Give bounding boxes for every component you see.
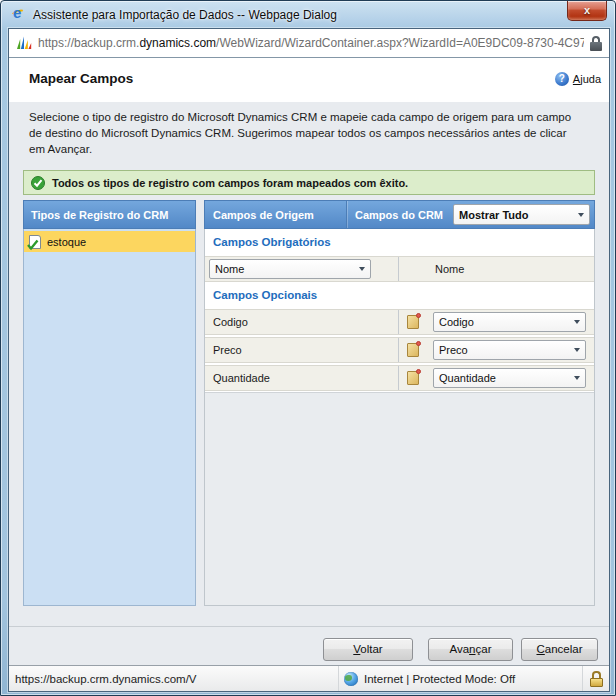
intro-text: Selecione o tipo de registro do Microsof… — [29, 109, 585, 157]
chevron-down-icon — [574, 348, 580, 352]
crm-field-cell: Preco — [399, 338, 594, 362]
notification-message: Todos os tipos de registro com campos fo… — [52, 177, 408, 189]
crm-fields-header-cell: Campos do CRM Mostrar Tudo — [347, 201, 594, 228]
optional-fields-section-title: Campos Opcionais — [205, 282, 594, 309]
record-type-item-estoque[interactable]: estoque — [24, 231, 195, 252]
close-button[interactable]: x — [567, 1, 607, 21]
success-check-icon — [31, 176, 45, 190]
title-bar: e Assistente para Importação de Dados --… — [1, 1, 615, 28]
chevron-down-icon — [574, 376, 580, 380]
record-types-list: estoque — [23, 229, 196, 606]
status-url: https://backup.crm.dynamics.com/V — [9, 666, 339, 691]
required-fields-section-title: Campos Obrigatórios — [205, 229, 594, 256]
source-field-cell: Preco — [205, 338, 399, 362]
back-button[interactable]: Voltar — [323, 638, 413, 661]
chevron-down-icon — [578, 213, 584, 217]
address-url: https://backup.crm.dynamics.com/WebWizar… — [38, 36, 584, 50]
crm-field-cell: Quantidade — [399, 366, 594, 390]
next-button[interactable]: Avançar — [428, 638, 513, 661]
crm-field-dropdown-preco[interactable]: Preco — [433, 340, 586, 360]
mapped-field-icon — [407, 371, 419, 385]
source-field-label-codigo: Codigo — [205, 316, 248, 328]
record-types-header: Tipos de Registro do CRM — [23, 200, 196, 229]
table-row-codigo: Codigo Codigo — [205, 309, 594, 335]
address-bar: https://backup.crm.dynamics.com/WebWizar… — [9, 29, 609, 58]
help-label: Ajuda — [573, 73, 601, 85]
fields-area: Campos Obrigatórios Nome Nome — [205, 229, 594, 393]
internet-zone-globe-icon — [344, 672, 358, 686]
crm-field-cell: Nome — [399, 257, 594, 281]
security-lock-icon — [590, 671, 603, 687]
filter-value: Mostrar Tudo — [459, 209, 528, 221]
help-icon: ? — [555, 72, 569, 86]
crm-field-dropdown-codigo[interactable]: Codigo — [433, 312, 586, 332]
help-link[interactable]: ? Ajuda — [555, 72, 601, 86]
dynamics-logo-icon — [16, 35, 32, 51]
url-domain: dynamics.com — [139, 36, 216, 50]
status-zone: Internet | Protected Mode: Off — [339, 666, 583, 691]
content-header: Mapear Campos ? Ajuda — [9, 58, 609, 102]
crm-fields-filter-dropdown[interactable]: Mostrar Tudo — [453, 204, 590, 225]
status-bar: https://backup.crm.dynamics.com/V Intern… — [9, 665, 609, 691]
source-field-dropdown-nome[interactable]: Nome — [209, 259, 371, 279]
footer-divider — [9, 626, 609, 627]
dialog-client-area: https://backup.crm.dynamics.com/WebWizar… — [8, 28, 610, 692]
chevron-down-icon — [359, 267, 365, 271]
source-field-label-quantidade: Quantidade — [205, 372, 270, 384]
wizard-content: Mapear Campos ? Ajuda Selecione o tipo d… — [9, 58, 609, 665]
crm-field-dropdown-quantidade[interactable]: Quantidade — [433, 368, 586, 388]
window-title: Assistente para Importação de Dados -- W… — [33, 8, 337, 22]
source-fields-header: Campos de Origem — [205, 201, 347, 228]
mapped-field-icon — [407, 315, 419, 329]
cancel-button[interactable]: Cancelar — [521, 638, 598, 661]
mapping-panel-header: Campos de Origem Campos do CRM Mostrar T… — [204, 200, 595, 229]
source-field-cell: Codigo — [205, 310, 399, 334]
ssl-lock-icon — [590, 36, 602, 51]
table-row-quantidade: Quantidade Quantidade — [205, 365, 594, 391]
webpage-dialog-window: e Assistente para Importação de Dados --… — [0, 0, 616, 696]
table-row-nome: Nome Nome — [205, 256, 594, 282]
source-field-label-preco: Preco — [205, 344, 242, 356]
internet-explorer-icon: e — [11, 6, 27, 22]
url-path: /WebWizard/WizardContainer.aspx?WizardId… — [216, 36, 584, 50]
status-zone-text: Internet | Protected Mode: Off — [364, 673, 515, 685]
source-field-cell: Quantidade — [205, 366, 399, 390]
crm-field-cell: Codigo — [399, 310, 594, 334]
status-lock-panel — [583, 666, 609, 691]
table-row-preco: Preco Preco — [205, 337, 594, 363]
record-type-label: estoque — [47, 236, 86, 248]
url-prefix: https://backup.crm. — [38, 36, 139, 50]
record-types-panel: Tipos de Registro do CRM estoque — [23, 200, 196, 606]
source-field-cell: Nome — [205, 257, 399, 281]
mapping-panel-body: Campos Obrigatórios Nome Nome — [204, 229, 595, 606]
mapped-record-icon — [29, 235, 41, 249]
crm-field-label-nome: Nome — [435, 263, 464, 275]
field-mapping-panel: Campos de Origem Campos do CRM Mostrar T… — [204, 200, 595, 606]
crm-fields-header: Campos do CRM — [355, 209, 443, 221]
success-notification: Todos os tipos de registro com campos fo… — [23, 170, 595, 195]
page-title: Mapear Campos — [29, 71, 133, 86]
chevron-down-icon — [574, 320, 580, 324]
mapped-field-icon — [407, 343, 419, 357]
